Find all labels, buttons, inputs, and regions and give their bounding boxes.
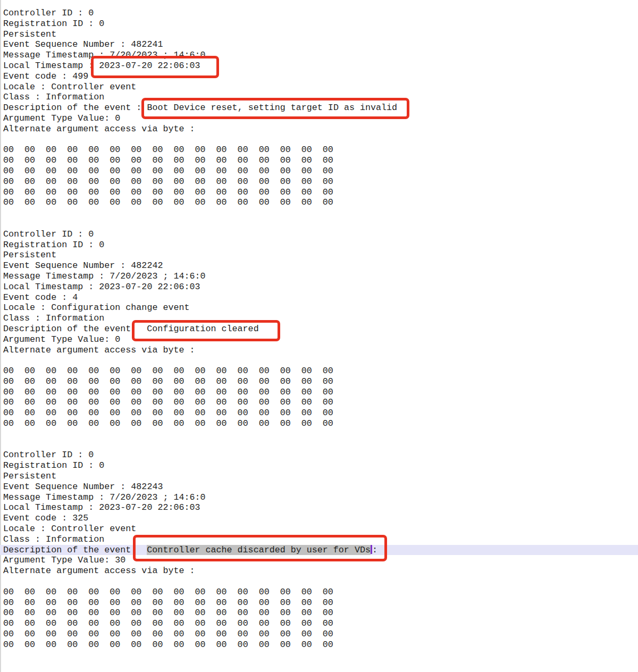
description-gap <box>131 331 147 331</box>
hex-dump-row: 00 00 00 00 00 00 00 00 00 00 00 00 00 0… <box>0 618 638 629</box>
hex-dump-row: 00 00 00 00 00 00 00 00 00 00 00 00 00 0… <box>0 145 638 155</box>
log-line: Locale : Controller event <box>0 524 638 534</box>
hex-dump-row: 00 00 00 00 00 00 00 00 00 00 00 00 00 0… <box>0 408 638 418</box>
description-line: Description of the eventConfiguration cl… <box>0 324 638 334</box>
hex-dump-row: 00 00 00 00 00 00 00 00 00 00 00 00 00 0… <box>0 418 638 429</box>
log-line: Event Sequence Number : 482243 <box>0 482 638 492</box>
log-line: Class : Information <box>0 92 638 103</box>
description-suffix: : <box>372 545 377 555</box>
log-line: Controller ID : 0 <box>0 229 638 240</box>
hex-dump-row: 00 00 00 00 00 00 00 00 00 00 00 00 00 0… <box>0 397 638 408</box>
log-line: Locale : Configuration change event <box>0 303 638 313</box>
event-block: Controller ID : 0Registration ID : 0Pers… <box>0 229 638 450</box>
log-line: Alternate argument access via byte : <box>0 124 638 135</box>
hex-dump-row: 00 00 00 00 00 00 00 00 00 00 00 00 00 0… <box>0 197 638 208</box>
log-line: Argument Type Value: 0 <box>0 334 638 345</box>
description-prefix: Description of the event <box>3 324 131 334</box>
description-value: Controller cache discarded by user for V… <box>147 545 371 555</box>
blank-line <box>0 660 638 671</box>
hex-dump-row: 00 00 00 00 00 00 00 00 00 00 00 00 00 0… <box>0 608 638 618</box>
log-line: Event Sequence Number : 482242 <box>0 261 638 271</box>
log-line: Persistent <box>0 471 638 482</box>
log-line: Registration ID : 0 <box>0 460 638 471</box>
log-line: Local Timestamp : 2023-07-20 22:06:03 <box>0 61 638 71</box>
log-line: Message Timestamp : 7/20/2023 ; 14:6:0 <box>0 50 638 61</box>
log-line: Registration ID : 0 <box>0 19 638 29</box>
blank-line <box>0 650 638 661</box>
log-line: Controller ID : 0 <box>0 8 638 19</box>
log-line: Message Timestamp : 7/20/2023 ; 14:6:0 <box>0 492 638 503</box>
log-line: Registration ID : 0 <box>0 240 638 250</box>
log-line: Event code : 4 <box>0 292 638 303</box>
log-line: Alternate argument access via byte : <box>0 566 638 576</box>
hex-dump-row: 00 00 00 00 00 00 00 00 00 00 00 00 00 0… <box>0 166 638 177</box>
event-block: Controller ID : 0Registration ID : 0Pers… <box>0 8 638 229</box>
hex-dump-row: 00 00 00 00 00 00 00 00 00 00 00 00 00 0… <box>0 187 638 198</box>
hex-dump-row: 00 00 00 00 00 00 00 00 00 00 00 00 00 0… <box>0 598 638 608</box>
log-line: Persistent <box>0 250 638 261</box>
hex-dump-row: 00 00 00 00 00 00 00 00 00 00 00 00 00 0… <box>0 376 638 387</box>
hex-dump-row: 00 00 00 00 00 00 00 00 00 00 00 00 00 0… <box>0 387 638 398</box>
hex-dump-row: 00 00 00 00 00 00 00 00 00 00 00 00 00 0… <box>0 366 638 376</box>
log-line: Argument Type Value: 0 <box>0 113 638 124</box>
log-line: Alternate argument access via byte : <box>0 345 638 356</box>
description-gap <box>131 552 147 552</box>
blank-line <box>0 219 638 229</box>
log-text-viewer[interactable]: Controller ID : 0Registration ID : 0Pers… <box>0 8 638 671</box>
log-line: Class : Information <box>0 313 638 324</box>
log-line: Persistent <box>0 29 638 40</box>
description-value: Configuration cleared <box>147 324 258 334</box>
log-line: Argument Type Value: 30 <box>0 555 638 566</box>
log-line: Local Timestamp : 2023-07-20 22:06:03 <box>0 282 638 292</box>
blank-line <box>0 355 638 366</box>
hex-dump-row: 00 00 00 00 00 00 00 00 00 00 00 00 00 0… <box>0 587 638 598</box>
log-line: Event Sequence Number : 482241 <box>0 39 638 50</box>
blank-line <box>0 208 638 219</box>
description-line: Description of the event : Boot Device r… <box>0 103 638 113</box>
description-prefix: Description of the event : <box>3 103 147 113</box>
blank-line <box>0 135 638 145</box>
log-line: Message Timestamp : 7/20/2023 ; 14:6:0 <box>0 271 638 282</box>
blank-line <box>0 440 638 450</box>
description-prefix: Description of the event <box>3 545 131 555</box>
log-page: Controller ID : 0Registration ID : 0Pers… <box>0 0 638 672</box>
blank-line <box>0 429 638 440</box>
hex-dump-row: 00 00 00 00 00 00 00 00 00 00 00 00 00 0… <box>0 177 638 187</box>
log-line: Locale : Controller event <box>0 82 638 93</box>
log-line: Class : Information <box>0 534 638 545</box>
blank-line <box>0 576 638 587</box>
event-block: Controller ID : 0Registration ID : 0Pers… <box>0 450 638 671</box>
log-line: Event code : 499 <box>0 71 638 82</box>
hex-dump-row: 00 00 00 00 00 00 00 00 00 00 00 00 00 0… <box>0 155 638 166</box>
log-line: Local Timestamp : 2023-07-20 22:06:03 <box>0 502 638 513</box>
log-line: Controller ID : 0 <box>0 450 638 460</box>
hex-dump-row: 00 00 00 00 00 00 00 00 00 00 00 00 00 0… <box>0 629 638 640</box>
description-line: Description of the eventController cache… <box>0 545 638 556</box>
description-value: Boot Device reset, setting target ID as … <box>147 103 397 113</box>
hex-dump-row: 00 00 00 00 00 00 00 00 00 00 00 00 00 0… <box>0 640 638 650</box>
log-line: Event code : 325 <box>0 513 638 524</box>
